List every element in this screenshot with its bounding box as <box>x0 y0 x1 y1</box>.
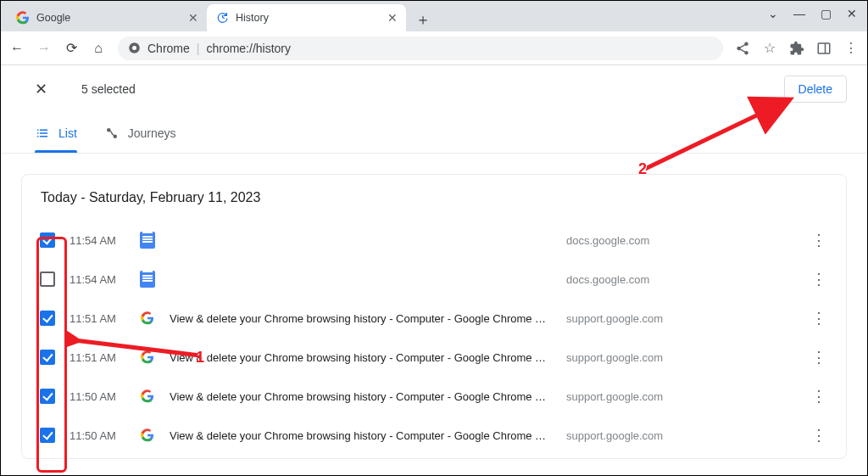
history-row[interactable]: 11:51 AMView & delete your Chrome browsi… <box>39 338 829 377</box>
row-menu-button[interactable]: ⋮ <box>809 309 829 328</box>
checkbox[interactable] <box>40 232 55 248</box>
view-tabs: List Journeys <box>1 113 867 154</box>
forward-button[interactable]: → <box>36 41 52 56</box>
history-rows: 11:54 AMdocs.google.com⋮11:54 AMdocs.goo… <box>39 221 829 455</box>
history-time: 11:50 AM <box>70 390 125 403</box>
chevron-down-icon[interactable]: ⌄ <box>768 7 778 20</box>
history-title[interactable]: View & delete your Chrome browsing histo… <box>170 312 553 325</box>
close-window-icon[interactable]: ✕ <box>847 7 857 20</box>
docs-icon <box>140 232 155 249</box>
selection-bar: ✕ 5 selected Delete <box>1 65 867 113</box>
annotation-label-2: 2 <box>638 160 647 178</box>
maximize-icon[interactable]: ▢ <box>821 7 832 20</box>
history-title[interactable]: View & delete your Chrome browsing histo… <box>170 390 553 403</box>
tab-title: Google <box>36 12 70 24</box>
selection-count: 5 selected <box>81 82 136 96</box>
share-icon[interactable] <box>735 41 750 56</box>
checkbox[interactable] <box>40 350 55 365</box>
row-menu-button[interactable]: ⋮ <box>809 270 829 288</box>
browser-tab-history[interactable]: History ✕ <box>207 4 406 31</box>
row-menu-button[interactable]: ⋮ <box>809 348 829 367</box>
history-domain: support.google.com <box>566 312 795 325</box>
history-time: 11:51 AM <box>70 312 125 325</box>
back-button[interactable]: ← <box>9 41 25 56</box>
site-icon <box>139 232 156 249</box>
new-tab-button[interactable]: ＋ <box>411 8 435 31</box>
list-icon <box>35 126 50 141</box>
annotation-label-1: 1 <box>196 349 204 367</box>
history-time: 11:54 AM <box>70 234 125 247</box>
close-icon[interactable]: ✕ <box>387 11 398 25</box>
history-domain: docs.google.com <box>566 234 795 247</box>
sidepanel-icon[interactable] <box>816 41 832 56</box>
site-icon <box>139 271 156 288</box>
svg-rect-2 <box>818 43 830 53</box>
chrome-icon <box>128 42 141 54</box>
minimize-icon[interactable]: — <box>793 7 805 20</box>
row-menu-button[interactable]: ⋮ <box>809 231 829 249</box>
history-row[interactable]: 11:51 AMView & delete your Chrome browsi… <box>39 299 829 338</box>
clear-selection-button[interactable]: ✕ <box>35 80 47 98</box>
google-icon <box>16 11 30 25</box>
history-row[interactable]: 11:54 AMdocs.google.com⋮ <box>39 221 829 260</box>
history-domain: docs.google.com <box>566 273 795 286</box>
delete-button[interactable]: Delete <box>784 76 847 103</box>
history-domain: support.google.com <box>566 429 795 442</box>
tab-title: History <box>236 12 269 24</box>
checkbox[interactable] <box>40 389 55 404</box>
site-icon <box>139 389 156 403</box>
checkbox[interactable] <box>40 311 55 326</box>
close-icon[interactable]: ✕ <box>188 11 198 25</box>
history-row[interactable]: 11:50 AMView & delete your Chrome browsi… <box>39 377 829 416</box>
menu-icon[interactable]: ⋮ <box>843 41 859 56</box>
svg-point-1 <box>132 46 136 50</box>
history-time: 11:50 AM <box>70 429 125 442</box>
window-controls: ⌄ — ▢ ✕ <box>768 1 867 31</box>
history-row[interactable]: 11:54 AMdocs.google.com⋮ <box>39 260 829 299</box>
site-icon <box>139 311 156 325</box>
reload-button[interactable]: ⟳ <box>64 40 79 56</box>
browser-toolbar: ← → ⟳ ⌂ Chrome | chrome://history ☆ ⋮ <box>1 31 867 65</box>
journeys-icon <box>104 126 120 141</box>
site-icon <box>139 428 156 442</box>
history-time: 11:54 AM <box>70 273 125 286</box>
history-title[interactable]: View & delete your Chrome browsing histo… <box>170 429 553 442</box>
row-menu-button[interactable]: ⋮ <box>809 426 829 445</box>
docs-icon <box>140 271 155 288</box>
row-menu-button[interactable]: ⋮ <box>809 387 829 406</box>
history-row[interactable]: 11:50 AMView & delete your Chrome browsi… <box>39 416 829 455</box>
omnibox[interactable]: Chrome | chrome://history <box>118 36 723 60</box>
site-icon <box>139 350 156 364</box>
date-header: Today - Saturday, February 11, 2023 <box>39 190 829 205</box>
bookmark-icon[interactable]: ☆ <box>762 41 777 56</box>
history-domain: support.google.com <box>566 351 795 364</box>
omnibox-label: Chrome <box>147 42 190 55</box>
browser-tabstrip: Google ✕ History ✕ ＋ ⌄ — ▢ ✕ <box>1 1 867 31</box>
browser-tab-google[interactable]: Google ✕ <box>8 4 207 31</box>
checkbox[interactable] <box>40 428 55 443</box>
extensions-icon[interactable] <box>789 41 804 56</box>
history-title[interactable]: View & delete your Chrome browsing histo… <box>170 351 553 364</box>
history-time: 11:51 AM <box>70 351 125 364</box>
history-card: Today - Saturday, February 11, 2023 11:5… <box>21 174 847 459</box>
omnibox-url: chrome://history <box>206 42 291 55</box>
checkbox[interactable] <box>40 272 55 287</box>
tab-journeys[interactable]: Journeys <box>104 113 176 153</box>
home-button[interactable]: ⌂ <box>91 41 106 56</box>
tab-list[interactable]: List <box>35 113 77 153</box>
history-icon <box>215 11 229 25</box>
history-domain: support.google.com <box>566 390 795 403</box>
